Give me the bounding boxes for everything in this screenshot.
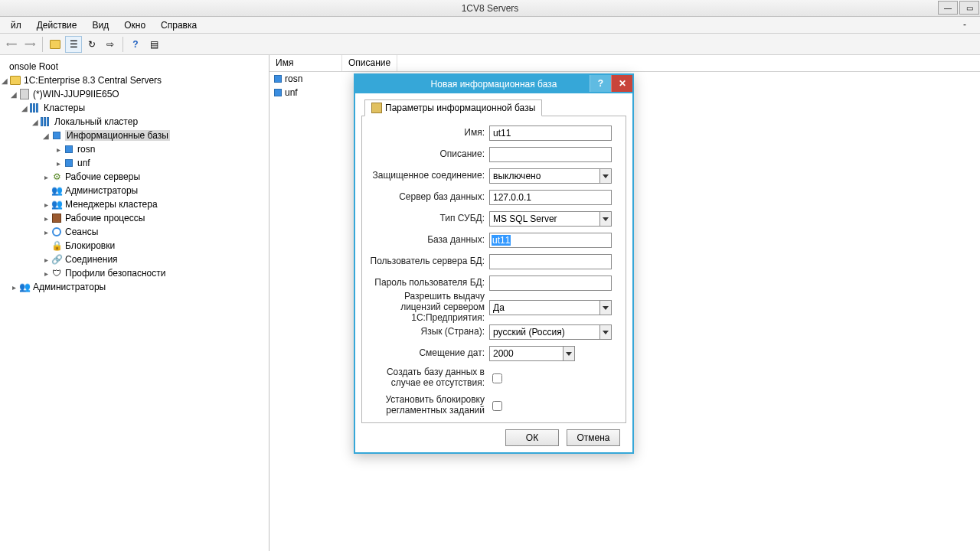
lbl-dbtype: Тип СУБД: xyxy=(368,214,489,224)
col-desc[interactable]: Описание xyxy=(342,55,397,71)
list-item-label: unf xyxy=(285,87,298,98)
dialog-tabs: Параметры информационной базы xyxy=(361,99,626,116)
lbl-dbname: База данных: xyxy=(368,235,489,246)
chevron-down-icon[interactable] xyxy=(599,324,612,340)
back-icon[interactable]: ⟸ xyxy=(3,36,20,53)
tree-host[interactable]: (*)WIN-JJUP9IIE65O xyxy=(33,89,119,99)
dbtype-select[interactable] xyxy=(489,211,619,227)
tree-work-servers[interactable]: Рабочие серверы xyxy=(65,171,140,182)
menu-minimize-icon[interactable]: - xyxy=(963,19,977,31)
infobase-icon xyxy=(274,75,282,83)
dbname-input[interactable]: ut11 xyxy=(489,233,612,248)
tree-local-cluster[interactable]: Локальный кластер xyxy=(54,116,138,127)
window-title: 1CV8 Servers xyxy=(462,3,519,14)
name-input[interactable] xyxy=(489,126,612,141)
offset-select[interactable] xyxy=(489,346,619,361)
infobase-icon xyxy=(274,89,282,96)
toolbar: ⟸ ⟹ ☰ ↻ ⇨ ? ▤ xyxy=(0,34,980,55)
tree-processes[interactable]: Рабочие процессы xyxy=(65,213,145,223)
ok-button[interactable]: ОК xyxy=(505,429,559,446)
minimize-button[interactable]: — xyxy=(938,1,958,15)
tree-infobases[interactable]: Информационные базы xyxy=(65,130,170,141)
list-item-label: rosn xyxy=(285,73,302,84)
dialog-help-button[interactable]: ? xyxy=(590,75,611,92)
dbuser-input[interactable] xyxy=(489,254,612,269)
tab-params[interactable]: Параметры информационной базы xyxy=(364,99,542,116)
menubar: йл Действие Вид Окно Справка - xyxy=(0,17,980,34)
dialog-close-button[interactable]: ✕ xyxy=(611,75,632,92)
lbl-block: Установить блокировку регламентных задан… xyxy=(368,395,489,416)
cancel-button[interactable]: Отмена xyxy=(567,429,620,446)
window-buttons: — ▭ xyxy=(937,0,980,15)
dbserver-input[interactable] xyxy=(489,190,612,205)
dialog-form: Имя: Описание: Защищенное соединение: Се… xyxy=(361,116,626,423)
tree-clusters[interactable]: Кластеры xyxy=(44,103,85,113)
dialog-title: Новая информационная база xyxy=(431,79,557,90)
new-infobase-dialog: Новая информационная база ? ✕ Параметры … xyxy=(354,73,634,454)
tree-root-admins[interactable]: Администраторы xyxy=(33,282,106,292)
lbl-license: Разрешить выдачу лицензий сервером 1С:Пр… xyxy=(368,297,489,318)
tree-ib-rosn[interactable]: rosn xyxy=(77,144,95,155)
menu-file[interactable]: йл xyxy=(3,18,29,32)
dbpass-input[interactable] xyxy=(489,276,612,291)
tree-ib-unf[interactable]: unf xyxy=(77,158,90,168)
refresh-icon[interactable]: ↻ xyxy=(83,36,100,53)
create-checkbox[interactable] xyxy=(492,373,502,383)
maximize-button[interactable]: ▭ xyxy=(959,1,979,15)
forward-icon[interactable]: ⟹ xyxy=(21,36,38,53)
lbl-dbserver: Сервер баз данных: xyxy=(368,192,489,203)
open-icon[interactable] xyxy=(47,36,64,53)
lbl-name: Имя: xyxy=(368,128,489,139)
list-view-icon[interactable]: ☰ xyxy=(65,36,82,53)
tree-console-root[interactable]: onsole Root xyxy=(9,61,58,72)
tree-connections[interactable]: Соединения xyxy=(65,254,118,265)
lbl-dbuser: Пользователь сервера БД: xyxy=(368,256,489,267)
chevron-down-icon[interactable] xyxy=(599,168,612,184)
titlebar: 1CV8 Servers — ▭ xyxy=(0,0,980,17)
lbl-dbpass: Пароль пользователя БД: xyxy=(368,278,489,289)
lbl-create: Создать базу данных в случае ее отсутств… xyxy=(368,367,489,389)
lang-select[interactable] xyxy=(489,324,619,340)
dialog-titlebar: Новая информационная база ? ✕ xyxy=(355,75,632,93)
block-checkbox[interactable] xyxy=(492,401,502,411)
export-icon[interactable]: ⇨ xyxy=(102,36,119,53)
tab-icon xyxy=(371,103,382,113)
menu-view[interactable]: Вид xyxy=(84,18,116,32)
column-headers: Имя Описание xyxy=(270,55,980,72)
col-name[interactable]: Имя xyxy=(270,55,342,71)
tree-security[interactable]: Профили безопасности xyxy=(65,268,165,279)
desc-input[interactable] xyxy=(489,147,612,162)
lbl-offset: Смещение дат: xyxy=(368,348,489,359)
chevron-down-icon[interactable] xyxy=(599,211,612,227)
tree-central-servers[interactable]: 1C:Enterprise 8.3 Central Servers xyxy=(24,75,162,86)
secure-select[interactable] xyxy=(489,168,619,184)
chevron-down-icon[interactable] xyxy=(599,300,612,315)
menu-action[interactable]: Действие xyxy=(29,18,85,32)
dialog-buttons: ОК Отмена xyxy=(361,423,626,446)
tree-panel: onsole Root ◢1C:Enterprise 8.3 Central S… xyxy=(0,55,270,551)
tree-locks[interactable]: Блокировки xyxy=(65,240,115,251)
tree-admins[interactable]: Администраторы xyxy=(65,185,138,196)
chevron-down-icon[interactable] xyxy=(563,346,575,361)
menu-help[interactable]: Справка xyxy=(153,18,204,32)
license-select[interactable] xyxy=(489,300,619,315)
tree-managers[interactable]: Менеджеры кластера xyxy=(65,199,158,210)
menu-window[interactable]: Окно xyxy=(116,18,153,32)
lbl-secure: Защищенное соединение: xyxy=(368,171,489,181)
lbl-lang: Язык (Страна): xyxy=(368,327,489,337)
tab-label: Параметры информационной базы xyxy=(385,103,535,113)
tree-sessions[interactable]: Сеансы xyxy=(65,227,98,237)
properties-icon[interactable]: ▤ xyxy=(145,36,162,53)
lbl-desc: Описание: xyxy=(368,149,489,160)
help-icon[interactable]: ? xyxy=(127,36,144,53)
